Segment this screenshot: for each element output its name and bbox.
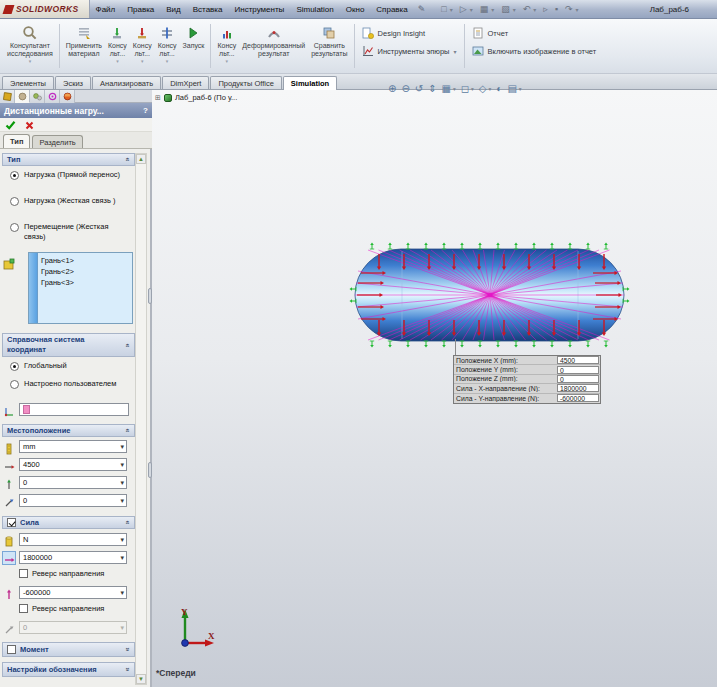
menu-edit[interactable]: Правка [121, 0, 160, 19]
moment-section-header[interactable]: Момент » [2, 642, 135, 657]
radio-selected-icon[interactable] [10, 362, 19, 371]
dropdown-arrow-icon[interactable]: ▾ [120, 461, 124, 469]
menu-window[interactable]: Окно [340, 0, 371, 19]
menu-view[interactable]: Вид [160, 0, 186, 19]
face-list-item[interactable]: Грань<1> [41, 255, 74, 266]
plot-tools-button[interactable]: Инструменты эпюры ▾ [362, 45, 457, 57]
save-icon[interactable]: ▦ [480, 0, 489, 19]
appearance-dropdown-icon[interactable]: ▾ [519, 86, 522, 92]
dropdown-arrow-icon[interactable]: ▾ [120, 497, 124, 505]
selected-faces-listbox[interactable]: Грань<1> Грань<2> Грань<3> [28, 252, 133, 324]
location-z-input[interactable]: 0 ▾ [19, 494, 127, 507]
select-icon[interactable]: ▹ [543, 0, 548, 19]
dropdown-arrow-icon[interactable]: ▾ [120, 554, 124, 562]
tree-expand-icon[interactable]: ⊞ [155, 94, 161, 102]
flyout-arrow-icon[interactable]: ▾ [29, 58, 32, 64]
pan-icon[interactable]: ⇕ [428, 82, 436, 96]
edit-appearance-icon[interactable]: ▤ [507, 82, 516, 96]
face-list-item[interactable]: Грань<3> [41, 277, 74, 288]
save-dropdown-icon[interactable]: ▾ [491, 6, 494, 13]
reverse-direction-y-row[interactable]: Реверс направления [19, 604, 104, 613]
menu-insert[interactable]: Вставка [187, 0, 229, 19]
print-dropdown-icon[interactable]: ▾ [513, 6, 516, 13]
expand-chevron-icon[interactable]: » [125, 648, 132, 652]
reverse-y-checkbox[interactable] [19, 604, 28, 613]
configuration-manager-tab[interactable] [30, 90, 45, 103]
graphics-viewport[interactable] [152, 90, 717, 687]
collapse-chevron-icon[interactable]: « [125, 158, 132, 162]
menu-tools[interactable]: Инструменты [228, 0, 290, 19]
user-defined-coordinate-option[interactable]: Настроено пользователем [10, 379, 130, 389]
design-insight-button[interactable]: Design Insight [362, 27, 457, 39]
external-loads-advisor-button[interactable]: Консу льт... ▾ [130, 22, 155, 65]
zoom-to-fit-icon[interactable]: ⊕ [388, 82, 396, 96]
study-advisor-button[interactable]: Консультант исследования ▾ [4, 22, 56, 65]
dropdown-arrow-icon[interactable]: ▾ [120, 479, 124, 487]
open-dropdown-icon[interactable]: ▾ [470, 6, 473, 13]
new-document-icon[interactable]: □ [441, 0, 446, 19]
tab-simulation[interactable]: Simulation [283, 76, 337, 90]
dimxpert-manager-tab[interactable] [45, 90, 60, 103]
section-dropdown-icon[interactable]: ▾ [453, 86, 456, 92]
force-unit-select[interactable]: N ▾ [19, 533, 127, 546]
rebuild-icon[interactable]: ▪ [555, 0, 558, 19]
pin-menu-icon[interactable]: ✎ [418, 4, 426, 14]
options-icon[interactable]: ↷ [565, 0, 573, 19]
location-unit-select[interactable]: mm ▾ [19, 440, 127, 453]
open-icon[interactable]: ▷ [460, 0, 467, 19]
menu-simulation[interactable]: Simulation [290, 0, 339, 19]
display-style-dropdown-icon[interactable]: ▾ [489, 86, 492, 92]
moment-checkbox[interactable] [7, 645, 16, 654]
display-manager-tab[interactable] [60, 90, 75, 103]
coordinate-system-input[interactable] [19, 403, 129, 416]
menu-file[interactable]: Файл [90, 0, 122, 19]
flyout-arrow-icon[interactable]: ▾ [141, 58, 144, 64]
force-checkbox[interactable] [7, 518, 16, 527]
feature-tree-node[interactable]: ⊞ Лаб_раб-6 (По у... [155, 93, 237, 102]
tab-dimxpert[interactable]: DimXpert [162, 76, 209, 89]
force-section-header[interactable]: Сила « [2, 516, 135, 529]
location-y-input[interactable]: 0 ▾ [19, 476, 127, 489]
results-advisor-button[interactable]: Консу льт... ▾ [214, 22, 239, 65]
collapse-chevron-icon[interactable]: « [125, 429, 132, 433]
undo-icon[interactable]: ↶ [523, 0, 531, 19]
load-direct-transfer-option[interactable]: Нагрузка (Прямой перенос) [10, 170, 130, 180]
force-y-input[interactable]: -600000 ▾ [19, 586, 127, 599]
feature-manager-tab[interactable] [0, 90, 15, 103]
connections-advisor-button[interactable]: Консу льт... ▾ [155, 22, 180, 65]
run-study-button[interactable]: Запуск [180, 22, 208, 51]
collapse-chevron-icon[interactable]: « [125, 521, 132, 525]
print-icon[interactable]: ▧ [501, 0, 510, 19]
zoom-to-area-icon[interactable]: ⊖ [401, 82, 409, 96]
help-icon[interactable]: ? [143, 106, 148, 115]
plot-tools-dropdown-icon[interactable]: ▾ [454, 48, 457, 55]
flyout-arrow-icon[interactable]: ▾ [226, 58, 229, 64]
expand-chevron-icon[interactable]: » [125, 668, 132, 672]
location-section-header[interactable]: Местоположение « [2, 424, 135, 437]
type-section-header[interactable]: Тип « [2, 153, 135, 166]
dropdown-arrow-icon[interactable]: ▾ [120, 536, 124, 544]
report-button[interactable]: Отчет [472, 27, 597, 39]
flyout-arrow-icon[interactable]: ▾ [116, 58, 119, 64]
radio-icon[interactable] [10, 223, 19, 232]
global-coordinate-option[interactable]: Глобальный [10, 361, 130, 371]
view-orientation-icon[interactable]: ◻ [461, 82, 469, 96]
hide-show-items-icon[interactable]: ◐ [496, 82, 502, 96]
radio-icon[interactable] [10, 380, 19, 389]
listbox-handle[interactable] [29, 253, 38, 323]
split-tab[interactable]: Разделить [32, 135, 82, 148]
reverse-x-checkbox[interactable] [19, 569, 28, 578]
panel-scrollbar[interactable]: ▲ ▼ [135, 153, 147, 685]
displacement-rigid-connection-option[interactable]: Перемещение (Жесткая связь) [10, 222, 130, 241]
tab-evaluate[interactable]: Анализировать [92, 76, 161, 89]
pressure-vessel-model[interactable] [352, 242, 628, 348]
location-x-input[interactable]: 4500 ▾ [19, 458, 127, 471]
section-view-icon[interactable]: ▦ [442, 82, 451, 96]
load-rigid-connection-option[interactable]: Нагрузка (Жесткая связь ) [10, 196, 130, 206]
rotate-view-icon[interactable]: ↺ [415, 82, 423, 96]
tab-features[interactable]: Элементы [2, 76, 54, 89]
undo-dropdown-icon[interactable]: ▾ [533, 6, 536, 13]
dropdown-arrow-icon[interactable]: ▾ [120, 589, 124, 597]
face-list-item[interactable]: Грань<2> [41, 266, 74, 277]
radio-selected-icon[interactable] [10, 171, 19, 180]
